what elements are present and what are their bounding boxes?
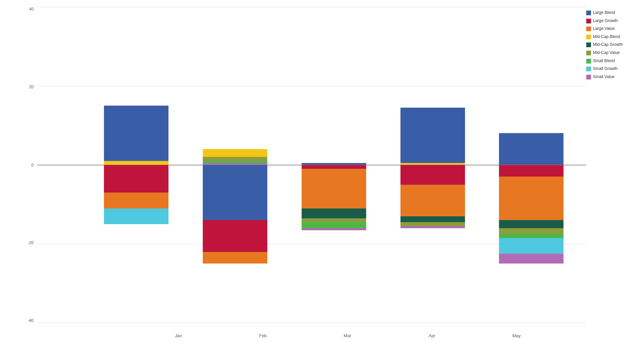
y-label-n40: -40 (28, 318, 34, 323)
bar-group-jan (92, 7, 180, 323)
bar-jan (104, 7, 168, 323)
bar-segment-neg-Mar-midCapValue (302, 218, 366, 222)
bar-segment-neg-Mar-largeValue (302, 169, 366, 208)
x-axis: Jan Feb Mar Apr May (37, 333, 586, 338)
legend-swatch-midcap-blend (586, 35, 591, 39)
legend-item-large-growth: Large Growth (586, 18, 641, 24)
bar-segment-Feb-midCapValue (203, 157, 267, 161)
bar-segment-neg-Apr-largeValue (400, 185, 465, 216)
bar-segment-neg-May-largeValue (499, 177, 564, 220)
bar-segment-neg-May-midCapGrowth (499, 220, 564, 228)
bar-segment-neg-Feb-largeGrowth (203, 220, 267, 252)
legend-label-midcap-growth: Mid-Cap Growth (593, 42, 623, 48)
bar-segment-neg-Mar-largeGrowth (302, 165, 366, 169)
y-axis: 40 20 0 -20 -40 (20, 7, 36, 323)
y-label-0: 0 (31, 163, 34, 167)
bar-segment-neg-May-largeGrowth (499, 165, 564, 177)
bar-segment-neg-Mar-smallBlend (302, 222, 366, 228)
legend-swatch-small-blend (586, 59, 591, 64)
bar-feb (203, 7, 267, 323)
bar-segment-neg-Apr-smallValue (400, 226, 465, 228)
y-label-40: 40 (29, 7, 34, 12)
legend-swatch-large-value (586, 26, 591, 31)
legend-item-midcap-value: Mid-Cap Value (586, 50, 641, 56)
bar-segment-neg-Mar-smallValue (302, 228, 366, 230)
bar-apr (400, 7, 465, 323)
x-label-feb: Feb (221, 333, 305, 338)
legend-label-small-value: Small Value (593, 74, 614, 80)
legend-swatch-small-growth (586, 67, 591, 71)
bar-segment-neg-May-smallValue (499, 254, 564, 264)
bar-segment-neg-Feb-largeBlend (203, 165, 267, 220)
gridline-n40 (37, 323, 586, 323)
legend-label-small-blend: Small Blend (593, 58, 615, 64)
legend-label-large-growth: Large Growth (593, 18, 618, 24)
bar-segment-neg-Apr-midCapGrowth (400, 216, 465, 222)
legend-label-large-value: Large Value (593, 26, 615, 32)
legend-item-large-value: Large Value (586, 26, 641, 32)
x-label-jan: Jan (136, 333, 221, 338)
bar-segment-neg-Jan-smallGrowth (104, 209, 168, 224)
x-label-apr: Apr (390, 333, 474, 338)
legend-item-small-value: Small Value (586, 74, 641, 80)
legend-item-large-blend: Large Blend (586, 10, 641, 16)
legend-swatch-midcap-growth (586, 42, 591, 47)
legend-item-midcap-growth: Mid-Cap Growth (586, 42, 641, 48)
legend-label-midcap-blend: Mid-Cap Blend (593, 34, 620, 40)
x-label-may: May (474, 333, 559, 338)
legend-label-small-growth: Small Growth (593, 66, 618, 72)
bar-mar (302, 7, 366, 323)
legend-swatch-large-growth (586, 19, 591, 23)
bar-segment-neg-Jan-largeGrowth (104, 165, 168, 193)
bar-may (499, 7, 564, 323)
bar-segment-Jan-largeBlend (104, 106, 168, 161)
legend-item-small-growth: Small Growth (586, 66, 641, 72)
bar-segment-neg-Jan-largeValue (104, 193, 168, 209)
bar-segment-neg-May-smallGrowth (499, 238, 564, 254)
legend-swatch-small-value (586, 75, 591, 79)
plot-area (37, 7, 586, 323)
legend-label-large-blend: Large Blend (593, 10, 615, 16)
y-label-n20: -20 (28, 240, 34, 245)
bar-segment-neg-May-midCapValue (499, 228, 564, 234)
bar-segment-Jan-midCapBlend (104, 161, 168, 165)
legend-swatch-large-blend (586, 11, 591, 15)
legend-label-midcap-value: Mid-Cap Value (593, 50, 620, 56)
legend-swatch-midcap-value (586, 51, 591, 55)
bar-segment-neg-Apr-largeGrowth (400, 165, 465, 185)
legend-item-midcap-blend: Mid-Cap Blend (586, 34, 641, 40)
bar-segment-May-largeBlend (499, 133, 564, 165)
legend-item-small-blend: Small Blend (586, 58, 641, 64)
y-label-20: 20 (29, 85, 34, 89)
bar-group-apr (389, 7, 477, 323)
bar-segment-Apr-largeBlend (400, 108, 465, 163)
bar-group-feb (191, 7, 279, 323)
bar-segment-neg-May-smallBlend (499, 234, 564, 238)
bar-segment-neg-Feb-largeValue (203, 252, 267, 264)
bar-segment-Feb-midCapBlend (203, 149, 267, 157)
bar-segment-neg-Mar-midCapGrowth (302, 209, 366, 218)
bar-segment-neg-Apr-midCapValue (400, 222, 465, 226)
legend: Large Blend Large Growth Large Value Mid… (586, 7, 641, 342)
bar-group-may (487, 7, 575, 323)
chart-container: 40 20 0 -20 -40 (0, 0, 644, 362)
bar-group-mar (290, 7, 378, 323)
x-label-mar: Mar (305, 333, 390, 338)
